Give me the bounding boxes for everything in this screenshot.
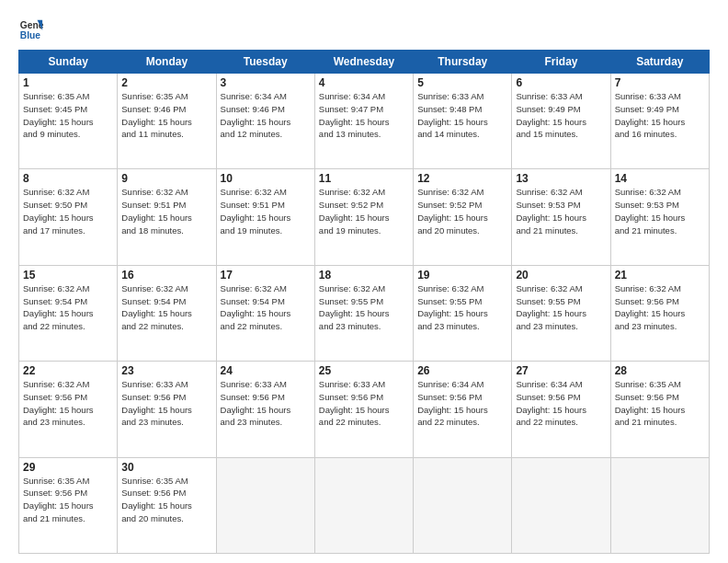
calendar-week-4: 22Sunrise: 6:32 AMSunset: 9:56 PMDayligh… bbox=[19, 362, 710, 457]
day-number: 1 bbox=[23, 76, 113, 89]
calendar-cell: 4Sunrise: 6:34 AMSunset: 9:47 PMDaylight… bbox=[314, 74, 413, 169]
day-number: 11 bbox=[319, 172, 409, 185]
day-info: Sunrise: 6:32 AMSunset: 9:55 PMDaylight:… bbox=[516, 282, 606, 333]
day-number: 26 bbox=[417, 364, 507, 377]
day-info: Sunrise: 6:32 AMSunset: 9:56 PMDaylight:… bbox=[615, 282, 705, 333]
day-number: 16 bbox=[121, 269, 211, 282]
logo-icon: General Blue bbox=[18, 17, 44, 42]
day-number: 25 bbox=[319, 364, 409, 377]
day-number: 22 bbox=[23, 364, 113, 377]
day-number: 28 bbox=[615, 364, 705, 377]
day-number: 30 bbox=[121, 461, 211, 474]
day-number: 12 bbox=[417, 172, 507, 185]
weekday-header-row: SundayMondayTuesdayWednesdayThursdayFrid… bbox=[19, 51, 710, 74]
day-info: Sunrise: 6:33 AMSunset: 9:49 PMDaylight:… bbox=[516, 90, 606, 141]
day-number: 10 bbox=[221, 172, 311, 185]
weekday-header-sunday: Sunday bbox=[19, 51, 118, 74]
calendar-week-5: 29Sunrise: 6:35 AMSunset: 9:56 PMDayligh… bbox=[19, 457, 710, 553]
page: General Blue SundayMondayTuesdayWednesda… bbox=[0, 0, 728, 563]
day-number: 13 bbox=[516, 172, 606, 185]
weekday-header-monday: Monday bbox=[118, 51, 216, 74]
day-info: Sunrise: 6:34 AMSunset: 9:56 PMDaylight:… bbox=[417, 378, 507, 429]
day-info: Sunrise: 6:32 AMSunset: 9:51 PMDaylight:… bbox=[221, 186, 311, 236]
day-info: Sunrise: 6:33 AMSunset: 9:48 PMDaylight:… bbox=[417, 90, 507, 141]
day-info: Sunrise: 6:35 AMSunset: 9:45 PMDaylight:… bbox=[23, 90, 113, 141]
day-info: Sunrise: 6:32 AMSunset: 9:50 PMDaylight:… bbox=[23, 186, 113, 236]
day-number: 17 bbox=[221, 269, 311, 282]
calendar-cell: 1Sunrise: 6:35 AMSunset: 9:45 PMDaylight… bbox=[19, 74, 118, 169]
calendar-cell bbox=[512, 457, 610, 553]
weekday-header-thursday: Thursday bbox=[414, 51, 512, 74]
day-info: Sunrise: 6:35 AMSunset: 9:56 PMDaylight:… bbox=[615, 378, 705, 429]
calendar-cell: 26Sunrise: 6:34 AMSunset: 9:56 PMDayligh… bbox=[414, 362, 512, 457]
day-info: Sunrise: 6:32 AMSunset: 9:56 PMDaylight:… bbox=[23, 378, 113, 429]
day-number: 24 bbox=[221, 364, 311, 377]
calendar-cell: 6Sunrise: 6:33 AMSunset: 9:49 PMDaylight… bbox=[512, 74, 610, 169]
day-info: Sunrise: 6:34 AMSunset: 9:56 PMDaylight:… bbox=[516, 378, 606, 429]
day-info: Sunrise: 6:32 AMSunset: 9:54 PMDaylight:… bbox=[221, 282, 311, 333]
day-info: Sunrise: 6:32 AMSunset: 9:53 PMDaylight:… bbox=[615, 186, 705, 236]
calendar-cell: 8Sunrise: 6:32 AMSunset: 9:50 PMDaylight… bbox=[19, 169, 118, 265]
day-number: 19 bbox=[417, 269, 507, 282]
day-number: 4 bbox=[319, 76, 409, 89]
calendar-cell: 30Sunrise: 6:35 AMSunset: 9:56 PMDayligh… bbox=[118, 457, 216, 553]
calendar-cell: 7Sunrise: 6:33 AMSunset: 9:49 PMDaylight… bbox=[610, 74, 709, 169]
day-number: 3 bbox=[221, 76, 311, 89]
day-info: Sunrise: 6:32 AMSunset: 9:55 PMDaylight:… bbox=[319, 282, 409, 333]
day-number: 15 bbox=[23, 269, 113, 282]
calendar-cell: 24Sunrise: 6:33 AMSunset: 9:56 PMDayligh… bbox=[216, 362, 314, 457]
calendar-cell: 5Sunrise: 6:33 AMSunset: 9:48 PMDaylight… bbox=[414, 74, 512, 169]
day-number: 14 bbox=[615, 172, 705, 185]
logo: General Blue bbox=[18, 17, 48, 42]
day-info: Sunrise: 6:33 AMSunset: 9:49 PMDaylight:… bbox=[615, 90, 705, 141]
calendar-cell: 10Sunrise: 6:32 AMSunset: 9:51 PMDayligh… bbox=[216, 169, 314, 265]
weekday-header-tuesday: Tuesday bbox=[216, 51, 314, 74]
calendar-cell: 2Sunrise: 6:35 AMSunset: 9:46 PMDaylight… bbox=[118, 74, 216, 169]
calendar-cell: 16Sunrise: 6:32 AMSunset: 9:54 PMDayligh… bbox=[118, 265, 216, 361]
day-number: 6 bbox=[516, 76, 606, 89]
calendar-cell: 11Sunrise: 6:32 AMSunset: 9:52 PMDayligh… bbox=[314, 169, 413, 265]
day-info: Sunrise: 6:35 AMSunset: 9:46 PMDaylight:… bbox=[121, 90, 211, 141]
calendar-cell: 21Sunrise: 6:32 AMSunset: 9:56 PMDayligh… bbox=[610, 265, 709, 361]
day-number: 29 bbox=[23, 461, 113, 474]
calendar-cell: 18Sunrise: 6:32 AMSunset: 9:55 PMDayligh… bbox=[314, 265, 413, 361]
day-info: Sunrise: 6:32 AMSunset: 9:52 PMDaylight:… bbox=[319, 186, 409, 236]
calendar-cell: 20Sunrise: 6:32 AMSunset: 9:55 PMDayligh… bbox=[512, 265, 610, 361]
day-info: Sunrise: 6:32 AMSunset: 9:52 PMDaylight:… bbox=[417, 186, 507, 236]
calendar-cell bbox=[314, 457, 413, 553]
day-info: Sunrise: 6:35 AMSunset: 9:56 PMDaylight:… bbox=[121, 475, 211, 525]
day-number: 27 bbox=[516, 364, 606, 377]
calendar-cell: 23Sunrise: 6:33 AMSunset: 9:56 PMDayligh… bbox=[118, 362, 216, 457]
day-info: Sunrise: 6:33 AMSunset: 9:56 PMDaylight:… bbox=[319, 378, 409, 429]
day-number: 23 bbox=[121, 364, 211, 377]
calendar-week-3: 15Sunrise: 6:32 AMSunset: 9:54 PMDayligh… bbox=[19, 265, 710, 361]
calendar-cell: 28Sunrise: 6:35 AMSunset: 9:56 PMDayligh… bbox=[610, 362, 709, 457]
day-info: Sunrise: 6:32 AMSunset: 9:54 PMDaylight:… bbox=[121, 282, 211, 333]
calendar-cell bbox=[610, 457, 709, 553]
day-number: 2 bbox=[121, 76, 211, 89]
header: General Blue bbox=[18, 17, 710, 42]
day-number: 7 bbox=[615, 76, 705, 89]
svg-text:Blue: Blue bbox=[20, 30, 41, 40]
calendar-cell: 27Sunrise: 6:34 AMSunset: 9:56 PMDayligh… bbox=[512, 362, 610, 457]
calendar-cell: 15Sunrise: 6:32 AMSunset: 9:54 PMDayligh… bbox=[19, 265, 118, 361]
day-number: 5 bbox=[417, 76, 507, 89]
day-info: Sunrise: 6:32 AMSunset: 9:51 PMDaylight:… bbox=[121, 186, 211, 236]
calendar-cell: 25Sunrise: 6:33 AMSunset: 9:56 PMDayligh… bbox=[314, 362, 413, 457]
calendar-body: 1Sunrise: 6:35 AMSunset: 9:45 PMDaylight… bbox=[19, 74, 710, 554]
calendar-cell: 3Sunrise: 6:34 AMSunset: 9:46 PMDaylight… bbox=[216, 74, 314, 169]
day-number: 9 bbox=[121, 172, 211, 185]
day-info: Sunrise: 6:34 AMSunset: 9:46 PMDaylight:… bbox=[221, 90, 311, 141]
calendar-cell: 19Sunrise: 6:32 AMSunset: 9:55 PMDayligh… bbox=[414, 265, 512, 361]
calendar-cell: 22Sunrise: 6:32 AMSunset: 9:56 PMDayligh… bbox=[19, 362, 118, 457]
calendar-cell bbox=[216, 457, 314, 553]
day-number: 18 bbox=[319, 269, 409, 282]
day-info: Sunrise: 6:33 AMSunset: 9:56 PMDaylight:… bbox=[221, 378, 311, 429]
day-info: Sunrise: 6:32 AMSunset: 9:53 PMDaylight:… bbox=[516, 186, 606, 236]
calendar-cell: 17Sunrise: 6:32 AMSunset: 9:54 PMDayligh… bbox=[216, 265, 314, 361]
day-info: Sunrise: 6:34 AMSunset: 9:47 PMDaylight:… bbox=[319, 90, 409, 141]
calendar-cell: 29Sunrise: 6:35 AMSunset: 9:56 PMDayligh… bbox=[19, 457, 118, 553]
day-number: 21 bbox=[615, 269, 705, 282]
calendar-cell bbox=[414, 457, 512, 553]
day-info: Sunrise: 6:35 AMSunset: 9:56 PMDaylight:… bbox=[23, 475, 113, 525]
